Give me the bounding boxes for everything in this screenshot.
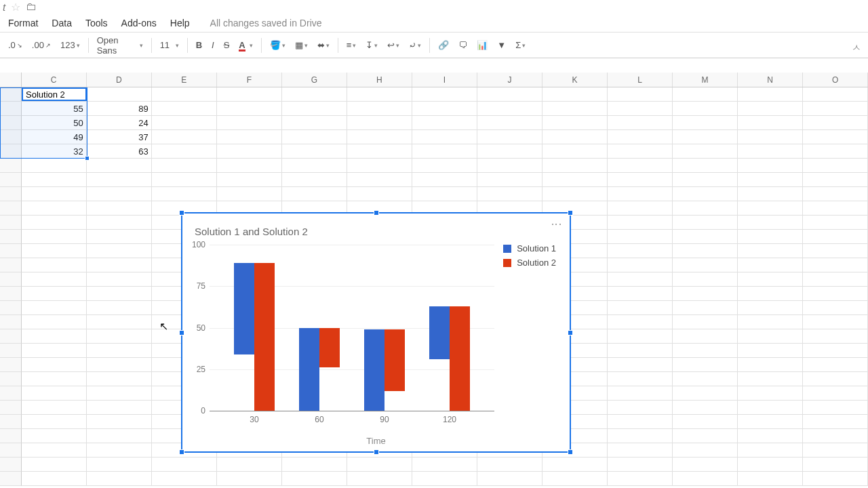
cell[interactable] [217, 187, 282, 201]
cell[interactable] [87, 372, 152, 386]
row-header[interactable] [0, 401, 22, 415]
cell[interactable] [803, 386, 868, 401]
resize-handle-tl[interactable] [179, 210, 184, 216]
cell[interactable] [22, 244, 87, 258]
cell[interactable] [412, 187, 477, 201]
cell[interactable] [673, 216, 738, 230]
cell[interactable] [412, 87, 477, 102]
col-header-c[interactable]: C [22, 73, 87, 87]
cell[interactable] [673, 159, 738, 173]
row-header[interactable] [0, 372, 22, 386]
cell[interactable] [477, 144, 542, 159]
cell[interactable] [217, 173, 282, 187]
bold-button[interactable]: B [192, 37, 206, 53]
cell[interactable]: 63 [87, 144, 152, 159]
strikethrough-button[interactable]: S [220, 37, 234, 53]
cell[interactable] [608, 429, 673, 443]
menu-addons[interactable]: Add-ons [121, 18, 157, 28]
cell[interactable] [282, 116, 347, 130]
cell[interactable] [803, 187, 868, 201]
cell[interactable] [87, 329, 152, 344]
font-size-select[interactable]: 11▾ [156, 37, 183, 53]
cell[interactable] [542, 87, 608, 102]
cell[interactable] [673, 372, 738, 386]
cell[interactable] [477, 173, 542, 187]
cell[interactable] [22, 472, 87, 486]
resize-handle-br[interactable] [568, 449, 573, 455]
row-header[interactable] [0, 173, 22, 187]
cell[interactable] [803, 230, 868, 244]
row-header[interactable] [0, 301, 22, 315]
cell[interactable] [22, 329, 87, 344]
cell[interactable] [217, 159, 282, 173]
cell[interactable] [738, 329, 803, 344]
cell[interactable] [803, 429, 868, 443]
cell[interactable] [738, 87, 803, 102]
cell[interactable] [87, 401, 152, 415]
cell[interactable] [673, 401, 738, 415]
collapse-toolbar-button[interactable]: ㅅ [852, 42, 861, 54]
cell[interactable] [282, 173, 347, 187]
cell[interactable] [673, 130, 738, 144]
cell[interactable] [347, 173, 412, 187]
cell[interactable] [738, 472, 803, 486]
cell[interactable] [22, 358, 87, 372]
cell[interactable] [738, 130, 803, 144]
cell[interactable] [87, 272, 152, 287]
cell[interactable] [22, 230, 87, 244]
chart-object[interactable]: ⋮ Solution 1 and Solution 2 Solution 1 S… [181, 212, 571, 453]
cell[interactable] [608, 372, 673, 386]
cell[interactable] [22, 159, 87, 173]
cell[interactable] [673, 173, 738, 187]
cell[interactable] [152, 116, 217, 130]
row-header[interactable] [0, 187, 22, 201]
cell[interactable] [803, 401, 868, 415]
cell[interactable] [673, 116, 738, 130]
cell[interactable] [87, 244, 152, 258]
menu-help[interactable]: Help [170, 18, 190, 28]
font-select[interactable]: Open Sans▾ [93, 33, 147, 58]
cell[interactable] [477, 472, 542, 486]
col-header-f[interactable]: F [217, 73, 282, 87]
cell[interactable] [803, 272, 868, 287]
cell[interactable] [673, 386, 738, 401]
cell[interactable] [282, 458, 347, 472]
folder-icon[interactable]: 🗀 [26, 1, 37, 13]
cell[interactable]: 32 [22, 144, 87, 159]
valign-button[interactable]: ↧▾ [361, 37, 382, 53]
cell[interactable] [738, 372, 803, 386]
cell[interactable] [542, 116, 608, 130]
cell[interactable] [282, 144, 347, 159]
cell[interactable] [738, 258, 803, 272]
cell[interactable] [87, 287, 152, 301]
cell[interactable] [412, 116, 477, 130]
cell[interactable] [282, 187, 347, 201]
cell[interactable] [347, 102, 412, 116]
fill-color-button[interactable]: 🪣▾ [266, 37, 290, 53]
cell[interactable]: 55 [22, 102, 87, 116]
cell[interactable] [22, 401, 87, 415]
row-header[interactable] [0, 287, 22, 301]
cell[interactable] [22, 415, 87, 429]
cell[interactable] [608, 130, 673, 144]
cell[interactable] [673, 201, 738, 216]
row-header[interactable] [0, 358, 22, 372]
col-header-i[interactable]: I [412, 73, 477, 87]
cell[interactable] [738, 144, 803, 159]
col-header-o[interactable]: O [803, 73, 868, 87]
row-header[interactable] [0, 315, 22, 329]
cell[interactable] [22, 187, 87, 201]
cell[interactable] [738, 344, 803, 358]
cell[interactable] [217, 102, 282, 116]
cell[interactable] [87, 173, 152, 187]
cell[interactable] [738, 429, 803, 443]
cell[interactable] [87, 344, 152, 358]
cell[interactable] [217, 472, 282, 486]
cell[interactable] [477, 130, 542, 144]
cell[interactable] [87, 429, 152, 443]
cell[interactable] [608, 386, 673, 401]
cell[interactable]: 37 [87, 130, 152, 144]
increase-decimal-button[interactable]: .00↗ [28, 37, 55, 53]
col-header-j[interactable]: J [477, 73, 542, 87]
cell[interactable] [738, 102, 803, 116]
